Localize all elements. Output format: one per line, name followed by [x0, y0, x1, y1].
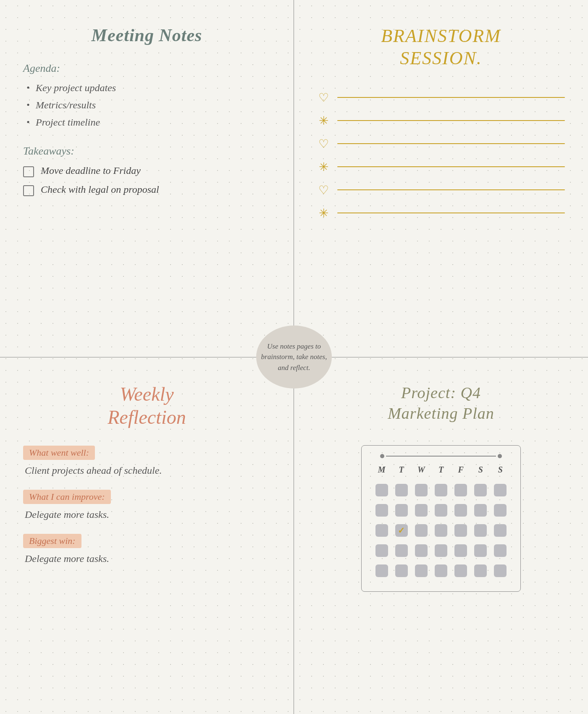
brainstorm-quadrant: BRAINSTORM SESSION. ♡ ✳ ♡ ✳: [294, 0, 588, 357]
heart-icon-2: ♡: [317, 137, 330, 151]
reflection-label-1: What went well:: [23, 446, 95, 460]
cal-cell-r1c5: [451, 482, 471, 498]
agenda-list: Key project updates Metrics/results Proj…: [23, 82, 270, 128]
reflection-quadrant: Weekly Reflection What went well: Client…: [0, 357, 294, 714]
connector-dot-right: [498, 454, 502, 458]
checked-cell: ✓: [395, 524, 408, 537]
calendar-header: M T W T F S S: [372, 462, 510, 477]
brainstorm-rule-1: [337, 97, 565, 98]
cal-cell-r2c5: [451, 502, 471, 518]
brainstorm-rule-6: [337, 213, 565, 213]
cal-cell-r2c2: [391, 502, 411, 518]
cal-cell-r1c4: [431, 482, 451, 498]
connector-dot-left: [380, 454, 384, 458]
meeting-notes-title: Meeting Notes: [23, 25, 270, 45]
reflection-title: Weekly Reflection: [23, 383, 270, 429]
takeaways-label: Takeaways:: [23, 145, 270, 158]
brainstorm-rule-3: [337, 143, 565, 144]
cal-header-s1: S: [471, 462, 491, 477]
brainstorm-rule-2: [337, 120, 565, 121]
brainstorm-rule-5: [337, 189, 565, 190]
cal-cell-r5c1: [372, 563, 391, 579]
reflection-section-1: What went well: Client projects ahead of…: [23, 446, 270, 476]
heart-icon-1: ♡: [317, 91, 330, 105]
tooltip-bubble: Use notes pages to brainstorm, take note…: [256, 326, 332, 388]
takeaway-item-2: Check with legal on proposal: [23, 184, 270, 195]
cal-row-5: [372, 563, 510, 579]
cal-cell-r4c2: [391, 543, 411, 559]
cal-cell-r2c6: [471, 502, 491, 518]
brainstorm-line-3: ♡: [317, 137, 565, 151]
brainstorm-line-1: ♡: [317, 91, 565, 105]
cal-cell-r5c4: [431, 563, 451, 579]
calendar-wrapper: M T W T F S S: [317, 445, 565, 592]
cal-cell-r3c7: [491, 522, 510, 538]
agenda-item-3: Project timeline: [23, 117, 270, 128]
checkmark-icon: ✓: [398, 525, 405, 536]
calendar: M T W T F S S: [361, 445, 521, 592]
reflection-text-3: Delegate more tasks.: [25, 553, 270, 564]
cal-cell-r5c2: [391, 563, 411, 579]
cal-cell-r1c2: [391, 482, 411, 498]
cal-header-t1: T: [391, 462, 411, 477]
reflection-label-3: Biggest win:: [23, 534, 81, 548]
project-quadrant: Project: Q4 Marketing Plan M T W T: [294, 357, 588, 714]
brainstorm-line-6: ✳: [317, 206, 565, 220]
cal-cell-r1c1: [372, 482, 391, 498]
star-icon-3: ✳: [317, 206, 330, 220]
cal-cell-r4c4: [431, 543, 451, 559]
cal-cell-r2c1: [372, 502, 391, 518]
takeaway-item-1: Move deadline to Friday: [23, 165, 270, 176]
cal-header-f: F: [451, 462, 471, 477]
cal-row-2: [372, 502, 510, 518]
cal-cell-r5c3: [411, 563, 431, 579]
brainstorm-lines-list: ♡ ✳ ♡ ✳ ♡: [317, 91, 565, 220]
reflection-section-3: Biggest win: Delegate more tasks.: [23, 534, 270, 564]
reflection-text-1: Client projects ahead of schedule.: [25, 465, 270, 476]
cal-cell-r3c3: [411, 522, 431, 538]
brainstorm-rule-4: [337, 166, 565, 167]
brainstorm-line-4: ✳: [317, 160, 565, 174]
project-title: Project: Q4 Marketing Plan: [317, 383, 565, 424]
takeaways-list: Move deadline to Friday Check with legal…: [23, 165, 270, 195]
reflection-section-2: What I can improve: Delegate more tasks.: [23, 490, 270, 520]
heart-icon-3: ♡: [317, 183, 330, 197]
cal-cell-r1c7: [491, 482, 510, 498]
cal-cell-r4c5: [451, 543, 471, 559]
cal-row-1: [372, 482, 510, 498]
agenda-item-1: Key project updates: [23, 82, 270, 94]
cal-cell-r3c2: ✓: [391, 522, 411, 538]
cal-cell-r2c7: [491, 502, 510, 518]
agenda-label: Agenda:: [23, 62, 270, 75]
reflection-label-2: What I can improve:: [23, 490, 111, 504]
cal-cell-r3c4: [431, 522, 451, 538]
cal-cell-r5c5: [451, 563, 471, 579]
meeting-notes-quadrant: Meeting Notes Agenda: Key project update…: [0, 0, 294, 357]
cal-cell-r3c1: [372, 522, 391, 538]
connector-line: [386, 456, 496, 457]
cal-cell-r4c1: [372, 543, 391, 559]
cal-cell-r4c3: [411, 543, 431, 559]
cal-cell-r5c6: [471, 563, 491, 579]
cal-row-3: ✓: [372, 522, 510, 538]
agenda-item-2: Metrics/results: [23, 100, 270, 111]
brainstorm-line-2: ✳: [317, 114, 565, 128]
star-icon-2: ✳: [317, 160, 330, 174]
cal-cell-r5c7: [491, 563, 510, 579]
cal-header-m: M: [372, 462, 391, 477]
cal-cell-r2c3: [411, 502, 431, 518]
cal-cell-r1c3: [411, 482, 431, 498]
cal-row-4: [372, 543, 510, 559]
brainstorm-title: BRAINSTORM SESSION.: [317, 25, 565, 70]
star-icon-1: ✳: [317, 114, 330, 128]
calendar-connector: [372, 454, 510, 458]
cal-header-w: W: [411, 462, 431, 477]
cal-header-s2: S: [491, 462, 510, 477]
cal-cell-r4c6: [471, 543, 491, 559]
cal-cell-r2c4: [431, 502, 451, 518]
cal-cell-r4c7: [491, 543, 510, 559]
cal-header-t2: T: [431, 462, 451, 477]
tooltip-text: Use notes pages to brainstorm, take note…: [260, 341, 328, 373]
reflection-text-2: Delegate more tasks.: [25, 509, 270, 520]
cal-cell-r3c6: [471, 522, 491, 538]
